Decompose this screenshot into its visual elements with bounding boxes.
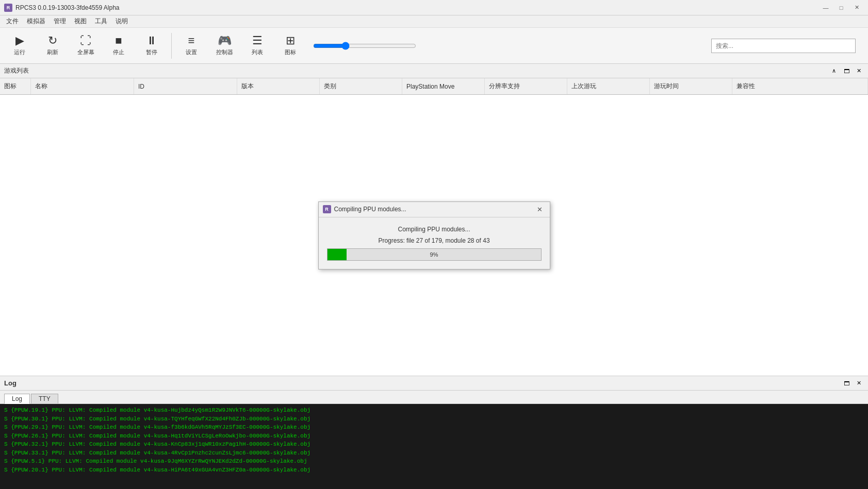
log-section-title: Log xyxy=(4,379,841,387)
col-header-icon[interactable]: 图标 xyxy=(0,78,31,94)
dialog-status-text: Compiling PPU modules... xyxy=(398,226,470,233)
toolbar-icon-运行: ▶ xyxy=(15,35,24,46)
menu-item-管理[interactable]: 管理 xyxy=(50,16,70,27)
log-close-button[interactable]: ✕ xyxy=(854,379,864,388)
log-line: S {PPUW.26.1} PPU: LLVM: Compiled module… xyxy=(4,432,864,441)
dialog-overlay: R Compiling PPU modules... ✕ Compiling P… xyxy=(0,95,868,376)
toolbar-icon-控制器: 🎮 xyxy=(218,35,232,46)
minimize-button[interactable]: — xyxy=(818,3,833,13)
app-title: RPCS3 0.0.19-13003-3fde4559 Alpha xyxy=(15,4,818,11)
col-header-id[interactable]: ID xyxy=(134,78,237,94)
menu-item-文件[interactable]: 文件 xyxy=(2,16,23,27)
game-list-body[interactable]: R Compiling PPU modules... ✕ Compiling P… xyxy=(0,95,868,376)
log-tab-tty[interactable]: TTY xyxy=(31,394,58,403)
toolbar-label-暂停: 暂停 xyxy=(146,48,157,56)
dialog-title-bar: R Compiling PPU modules... ✕ xyxy=(319,202,550,217)
game-list-section: 游戏列表 ∧ 🗖 ✕ 图标 名称 ID 版本 类别 PlayStation Mo… xyxy=(0,64,868,376)
game-list-pin-button[interactable]: 🗖 xyxy=(841,66,851,76)
log-line: S {PPUW.29.1} PPU: LLVM: Compiled module… xyxy=(4,423,864,432)
progress-bar-container: 9% xyxy=(327,248,542,261)
game-list-title: 游戏列表 xyxy=(4,66,829,75)
toolbar-separator xyxy=(171,33,172,59)
maximize-button[interactable]: □ xyxy=(834,3,848,13)
menu-item-视图[interactable]: 视图 xyxy=(70,16,91,27)
toolbar-slider-area xyxy=(308,42,432,50)
log-tabs: Log TTY xyxy=(0,391,868,404)
toolbar-btn-停止[interactable]: ■停止 xyxy=(103,30,134,61)
game-list-header-bar: 游戏列表 ∧ 🗖 ✕ xyxy=(0,64,868,78)
log-line: S {PPUW.32.1} PPU: LLVM: Compiled module… xyxy=(4,440,864,449)
toolbar-btn-列表[interactable]: ☰列表 xyxy=(242,30,273,61)
log-tab-log[interactable]: Log xyxy=(4,394,30,404)
menu-item-模拟器[interactable]: 模拟器 xyxy=(23,16,50,27)
column-headers: 图标 名称 ID 版本 类别 PlayStation Move 分辨率支持 上次… xyxy=(0,78,868,95)
toolbar-slider[interactable] xyxy=(313,42,416,50)
game-list-controls: ∧ 🗖 ✕ xyxy=(829,66,864,76)
toolbar-label-刷新: 刷新 xyxy=(47,48,58,56)
log-line: S {PPUW.5.1} PPU: LLVM: Compiled module … xyxy=(4,457,864,466)
log-header-controls: 🗖 ✕ xyxy=(841,379,864,388)
app-icon: R xyxy=(4,4,12,12)
toolbar-btn-暂停[interactable]: ⏸暂停 xyxy=(136,30,167,61)
log-line: S {PPUW.30.1} PPU: LLVM: Compiled module… xyxy=(4,415,864,424)
log-pin-button[interactable]: 🗖 xyxy=(841,379,851,388)
toolbar-btn-全屏幕[interactable]: ⛶全屏幕 xyxy=(70,30,101,61)
toolbar-label-控制器: 控制器 xyxy=(216,48,233,56)
col-header-name[interactable]: 名称 xyxy=(31,78,134,94)
dialog-app-icon: R xyxy=(323,205,331,213)
toolbar-icon-设置: ≡ xyxy=(188,35,195,46)
log-line: S {PPUW.19.1} PPU: LLVM: Compiled module… xyxy=(4,406,864,415)
toolbar-btn-运行[interactable]: ▶运行 xyxy=(4,30,35,61)
toolbar-icon-全屏幕: ⛶ xyxy=(80,35,91,46)
close-button[interactable]: ✕ xyxy=(849,3,864,13)
dialog-progress-text: Progress: file 27 of 179, module 28 of 4… xyxy=(378,237,489,244)
col-header-category[interactable]: 类别 xyxy=(320,78,402,94)
toolbar-label-运行: 运行 xyxy=(14,48,25,56)
toolbar-icon-暂停: ⏸ xyxy=(146,35,157,46)
toolbar-label-设置: 设置 xyxy=(186,48,197,56)
window-controls: — □ ✕ xyxy=(818,3,864,13)
log-header: Log 🗖 ✕ xyxy=(0,376,868,391)
col-header-ps-move[interactable]: PlayStation Move xyxy=(402,78,485,94)
title-bar: R RPCS3 0.0.19-13003-3fde4559 Alpha — □ … xyxy=(0,0,868,15)
menu-item-工具[interactable]: 工具 xyxy=(91,16,111,27)
progress-bar-label: 9% xyxy=(430,251,438,258)
log-body[interactable]: S {PPUW.19.1} PPU: LLVM: Compiled module… xyxy=(0,404,868,489)
game-list-collapse-button[interactable]: ∧ xyxy=(829,66,839,76)
toolbar-btn-图标[interactable]: ⊞图标 xyxy=(275,30,306,61)
toolbar-label-列表: 列表 xyxy=(252,48,263,56)
col-header-play-time[interactable]: 游玩时间 xyxy=(650,78,732,94)
toolbar-label-停止: 停止 xyxy=(113,48,124,56)
progress-dialog: R Compiling PPU modules... ✕ Compiling P… xyxy=(318,201,550,269)
col-header-resolution[interactable]: 分辨率支持 xyxy=(485,78,567,94)
toolbar-label-图标: 图标 xyxy=(285,48,296,56)
dialog-close-button[interactable]: ✕ xyxy=(534,204,546,214)
dialog-body: Compiling PPU modules... Progress: file … xyxy=(319,217,550,269)
toolbar-btn-刷新[interactable]: ↻刷新 xyxy=(37,30,68,61)
progress-bar-fill xyxy=(327,249,347,260)
menu-bar: 文件模拟器管理视图工具说明 xyxy=(0,15,868,28)
menu-item-说明[interactable]: 说明 xyxy=(111,16,132,27)
toolbar-icon-停止: ■ xyxy=(115,35,122,46)
toolbar: ▶运行↻刷新⛶全屏幕■停止⏸暂停≡设置🎮控制器☰列表⊞图标 xyxy=(0,28,868,64)
col-header-compat[interactable]: 兼容性 xyxy=(732,78,868,94)
toolbar-search-area xyxy=(434,39,864,53)
toolbar-btn-控制器[interactable]: 🎮控制器 xyxy=(209,30,240,61)
dialog-title: Compiling PPU modules... xyxy=(334,206,534,213)
col-header-last-play[interactable]: 上次游玩 xyxy=(567,78,650,94)
toolbar-icon-列表: ☰ xyxy=(252,35,263,46)
toolbar-label-全屏幕: 全屏幕 xyxy=(77,48,94,56)
col-header-version[interactable]: 版本 xyxy=(237,78,320,94)
log-line: S {PPUW.33.1} PPU: LLVM: Compiled module… xyxy=(4,449,864,458)
log-section: Log 🗖 ✕ Log TTY S {PPUW.19.1} PPU: LLVM:… xyxy=(0,376,868,489)
toolbar-btn-设置[interactable]: ≡设置 xyxy=(176,30,207,61)
toolbar-icon-刷新: ↻ xyxy=(48,35,57,46)
toolbar-icon-图标: ⊞ xyxy=(286,35,295,46)
game-list-close-button[interactable]: ✕ xyxy=(854,66,864,76)
log-line: S {PPUW.20.1} PPU: LLVM: Compiled module… xyxy=(4,466,864,475)
search-input[interactable] xyxy=(711,39,856,53)
